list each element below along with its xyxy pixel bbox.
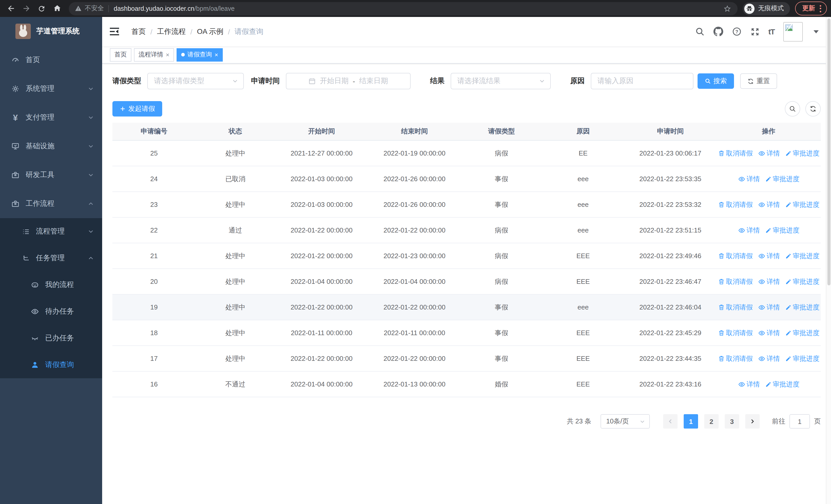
cell-actions: 取消请假 详情 审批进度 [717, 277, 821, 286]
scrollbar[interactable] [826, 17, 831, 504]
cell-reason: eee [542, 201, 624, 208]
detail-link[interactable]: 详情 [758, 251, 780, 261]
browser-forward-icon[interactable] [20, 2, 33, 15]
detail-link[interactable]: 详情 [758, 354, 780, 363]
create-leave-button[interactable]: 发起请假 [112, 101, 162, 117]
refresh-table-button[interactable] [805, 101, 821, 117]
detail-link[interactable]: 详情 [738, 226, 760, 235]
sidebar-item-system[interactable]: 系统管理 [0, 75, 102, 103]
approval-progress-link[interactable]: 审批进度 [785, 354, 820, 363]
approval-progress-link[interactable]: 审批进度 [785, 200, 820, 209]
approval-progress-link[interactable]: 审批进度 [785, 277, 820, 286]
leave-table: 申请编号 状态 开始时间 结束时间 请假类型 原因 申请时间 操作 25 处理中… [112, 123, 821, 397]
apply-time-range-picker[interactable]: 开始日期 - 结束日期 [286, 73, 411, 89]
sidebar-item-done-tasks[interactable]: 已办任务 [0, 325, 102, 352]
approval-progress-link[interactable]: 审批进度 [785, 149, 820, 158]
detail-link[interactable]: 详情 [758, 302, 780, 312]
close-icon[interactable]: × [166, 52, 169, 58]
cell-apply-id: 18 [112, 329, 196, 337]
breadcrumb-home[interactable]: 首页 [132, 27, 146, 36]
browser-update-button[interactable]: 更新 [795, 2, 827, 16]
detail-link[interactable]: 详情 [758, 149, 780, 158]
help-icon[interactable]: ? [732, 27, 742, 36]
page-size-select[interactable]: 10条/页 [601, 414, 650, 428]
approval-progress-link[interactable]: 审批进度 [785, 302, 820, 312]
sidebar-item-workflow[interactable]: 工作流程 [0, 189, 102, 218]
page-button-1[interactable]: 1 [684, 414, 698, 428]
cell-apply-time: 2022-01-22 23:46:47 [624, 278, 717, 285]
browser-back-icon[interactable] [4, 2, 18, 15]
font-size-icon[interactable]: tT [768, 27, 775, 36]
tab-home[interactable]: 首页 [110, 48, 132, 61]
result-select[interactable]: 请选择流结果 [451, 73, 551, 89]
fullscreen-icon[interactable] [750, 27, 760, 36]
cell-apply-id: 19 [112, 303, 196, 311]
app-title: 芋道管理系统 [36, 27, 80, 36]
browser-menu-icon[interactable] [820, 5, 821, 12]
sidebar-item-leave-query[interactable]: 请假查询 [0, 352, 102, 378]
close-icon[interactable]: × [214, 52, 218, 58]
approval-progress-link[interactable]: 审批进度 [765, 380, 799, 389]
search-icon[interactable] [695, 27, 705, 36]
bookmark-star-icon[interactable] [723, 4, 732, 12]
edit-pen-icon [785, 253, 791, 259]
prev-page-button[interactable] [663, 414, 678, 428]
eye-icon [738, 227, 745, 234]
sidebar-item-my-process[interactable]: 我的流程 [0, 271, 102, 298]
sidebar-item-infrastructure[interactable]: 基础设施 [0, 132, 102, 161]
col-apply-id: 申请编号 [112, 127, 196, 136]
avatar[interactable] [783, 22, 803, 41]
github-icon[interactable] [713, 27, 723, 36]
tab-leave-query[interactable]: 请假查询 × [177, 48, 223, 61]
approval-progress-link[interactable]: 审批进度 [765, 226, 799, 235]
approval-progress-link[interactable]: 审批进度 [785, 251, 820, 261]
cell-apply-id: 16 [112, 380, 196, 388]
leave-type-select[interactable]: 请选择请假类型 [147, 73, 244, 89]
browser-reload-icon[interactable] [35, 2, 48, 15]
reset-button[interactable]: 重置 [740, 73, 777, 89]
detail-link[interactable]: 详情 [758, 277, 780, 286]
cancel-leave-link[interactable]: 取消请假 [718, 328, 753, 337]
detail-link[interactable]: 详情 [738, 174, 760, 183]
reason-input[interactable]: 请输入原因 [591, 73, 693, 89]
show-search-button[interactable] [785, 101, 800, 117]
sidebar-item-todo-tasks[interactable]: 待办任务 [0, 298, 102, 325]
breadcrumb-workflow[interactable]: 工作流程 [157, 27, 186, 36]
page-button-2[interactable]: 2 [704, 414, 719, 428]
cancel-leave-link[interactable]: 取消请假 [718, 251, 753, 261]
search-button[interactable]: 搜索 [697, 73, 734, 89]
cancel-leave-link[interactable]: 取消请假 [718, 149, 753, 158]
cell-end-time: 2022-01-22 00:00:00 [368, 226, 461, 234]
tab-process-detail[interactable]: 流程详情 × [134, 48, 174, 61]
robot-face-icon [31, 281, 39, 289]
page-button-3[interactable]: 3 [725, 414, 739, 428]
sidebar-collapse-icon[interactable] [110, 28, 119, 35]
chevron-down-icon [539, 78, 545, 84]
approval-progress-link[interactable]: 审批进度 [765, 174, 799, 183]
cell-reason: eee [542, 303, 624, 311]
security-label: 不安全 [85, 4, 104, 13]
detail-link[interactable]: 详情 [758, 328, 780, 337]
breadcrumb-current: 请假查询 [235, 27, 263, 36]
next-page-button[interactable] [745, 414, 760, 428]
detail-link[interactable]: 详情 [758, 200, 780, 209]
detail-link[interactable]: 详情 [738, 380, 760, 389]
address-bar[interactable]: 不安全 dashboard.yudao.iocoder.cn/bpm/oa/le… [69, 2, 738, 15]
sidebar-item-process-management[interactable]: 流程管理 [0, 218, 102, 245]
sidebar-item-payment[interactable]: ¥ 支付管理 [0, 103, 102, 132]
approval-progress-link[interactable]: 审批进度 [785, 328, 820, 337]
scrollbar-thumb[interactable] [827, 19, 830, 285]
cancel-leave-link[interactable]: 取消请假 [718, 277, 753, 286]
cancel-leave-link[interactable]: 取消请假 [718, 354, 753, 363]
sidebar-item-home[interactable]: 首页 [0, 46, 102, 75]
goto-page-input[interactable] [790, 414, 810, 428]
browser-home-icon[interactable] [50, 2, 64, 15]
sidebar-item-task-management[interactable]: 任务管理 [0, 245, 102, 271]
caret-down-icon[interactable] [813, 30, 819, 33]
breadcrumb-oa-example[interactable]: OA 示例 [197, 27, 224, 36]
edit-pen-icon [785, 150, 791, 156]
cell-end-time: 2022-01-11 00:00:00 [368, 329, 461, 337]
sidebar-item-devtools[interactable]: 研发工具 [0, 161, 102, 189]
cancel-leave-link[interactable]: 取消请假 [718, 302, 753, 312]
cancel-leave-link[interactable]: 取消请假 [718, 200, 753, 209]
